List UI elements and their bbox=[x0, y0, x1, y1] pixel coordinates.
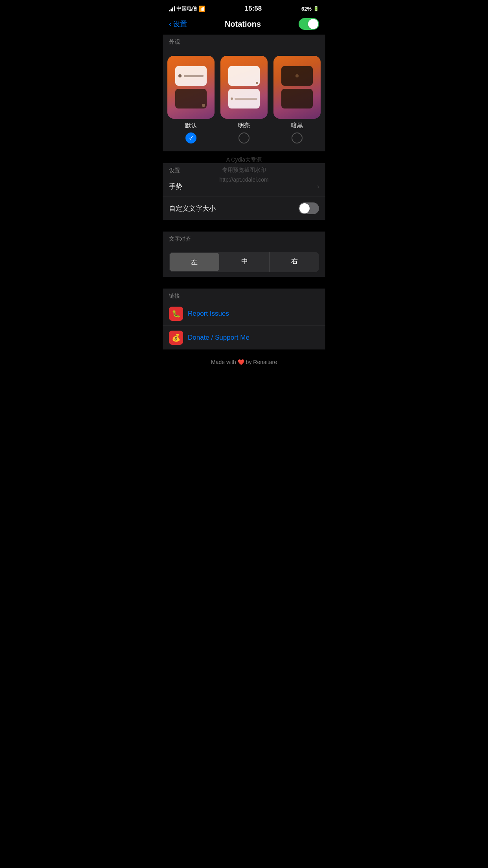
back-chevron-icon: ‹ bbox=[169, 20, 171, 28]
status-right: 62% 🔋 bbox=[301, 6, 319, 12]
font-size-toggle-knob bbox=[299, 203, 310, 213]
theme-default-label: 默认 bbox=[185, 122, 197, 129]
donate-item[interactable]: 💰 Donate / Support Me bbox=[163, 326, 325, 349]
heart-icon: ❤️ bbox=[238, 359, 246, 365]
main-toggle[interactable] bbox=[299, 18, 319, 30]
theme-dark-radio[interactable] bbox=[292, 132, 303, 143]
nav-back-button[interactable]: ‹ 设置 bbox=[169, 19, 187, 29]
gap-1 bbox=[163, 151, 325, 163]
footer: Made with ❤️ by Renaitare bbox=[163, 349, 325, 378]
theme-dark-label: 暗黑 bbox=[291, 122, 303, 129]
status-time: 15:58 bbox=[245, 5, 262, 13]
font-size-item: 自定义文字大小 bbox=[163, 197, 325, 220]
theme-light[interactable]: 明亮 bbox=[220, 56, 269, 143]
nav-bar: ‹ 设置 Notations bbox=[163, 15, 325, 35]
appearance-section-header: 外观 bbox=[163, 35, 325, 48]
theme-default[interactable]: 默认 ✓ bbox=[167, 56, 216, 143]
theme-light-preview bbox=[220, 56, 268, 119]
theme-light-label: 明亮 bbox=[238, 122, 250, 129]
settings-section-header: 设置 bbox=[163, 163, 325, 177]
footer-author: by Renaitare bbox=[246, 359, 277, 365]
report-issues-label: Report Issues bbox=[188, 310, 229, 318]
align-center[interactable]: 中 bbox=[220, 252, 270, 272]
toggle-knob bbox=[308, 19, 318, 29]
gap-3 bbox=[163, 277, 325, 289]
settings-section: 手势 › 自定义文字大小 bbox=[163, 177, 325, 220]
gesture-item[interactable]: 手势 › bbox=[163, 177, 325, 197]
donate-icon: 💰 bbox=[169, 331, 183, 345]
gap-2 bbox=[163, 220, 325, 232]
page-title: Notations bbox=[225, 20, 261, 29]
wifi-icon: 📶 bbox=[198, 6, 205, 12]
links-section: 🐛 Report Issues 💰 Donate / Support Me bbox=[163, 302, 325, 349]
links-section-header: 链接 bbox=[163, 289, 325, 302]
align-right[interactable]: 右 bbox=[270, 252, 319, 272]
status-bar: 中国电信 📶 15:58 62% 🔋 bbox=[163, 0, 325, 15]
theme-light-radio[interactable] bbox=[238, 132, 250, 143]
chevron-icon: › bbox=[317, 183, 319, 190]
theme-dark-preview bbox=[273, 56, 321, 119]
appearance-section: 默认 ✓ 明亮 bbox=[163, 48, 325, 151]
battery-icon: 🔋 bbox=[313, 6, 319, 11]
align-left[interactable]: 左 bbox=[170, 253, 219, 271]
theme-default-preview bbox=[167, 56, 215, 119]
checkmark-icon: ✓ bbox=[189, 134, 194, 142]
status-left: 中国电信 📶 bbox=[169, 5, 205, 12]
back-label: 设置 bbox=[173, 19, 187, 29]
text-align-section-header: 文字对齐 bbox=[163, 232, 325, 245]
font-size-label: 自定义文字大小 bbox=[169, 204, 216, 213]
footer-text: Made with bbox=[211, 359, 236, 365]
font-size-toggle[interactable] bbox=[299, 202, 319, 214]
text-align-section: 左 中 右 bbox=[163, 245, 325, 277]
theme-default-radio[interactable]: ✓ bbox=[185, 132, 196, 143]
appearance-options: 默认 ✓ 明亮 bbox=[167, 56, 321, 143]
battery-percent: 62% bbox=[301, 6, 312, 12]
signal-bars bbox=[169, 6, 175, 11]
carrier-label: 中国电信 bbox=[176, 5, 197, 12]
bug-icon: 🐛 bbox=[169, 307, 183, 321]
theme-dark[interactable]: 暗黑 bbox=[272, 56, 321, 143]
gesture-label: 手势 bbox=[169, 182, 182, 191]
report-issues-item[interactable]: 🐛 Report Issues bbox=[163, 302, 325, 326]
donate-label: Donate / Support Me bbox=[188, 334, 250, 342]
align-options: 左 中 右 bbox=[169, 252, 319, 272]
